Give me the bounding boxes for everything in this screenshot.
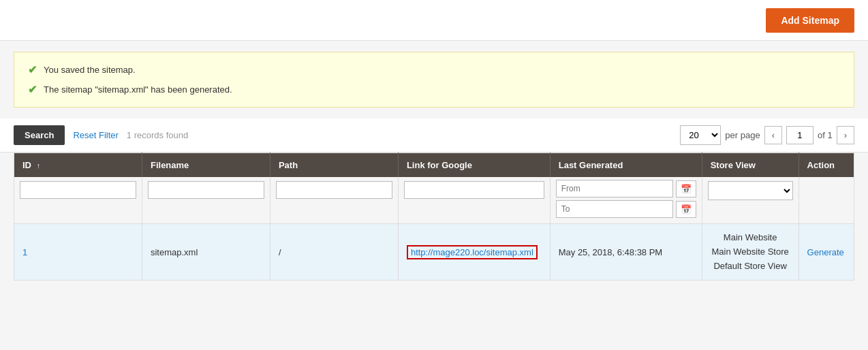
page-total: of 1 — [818, 130, 833, 140]
filter-path-cell — [270, 177, 398, 224]
checkmark-icon-1: ✔ — [28, 63, 37, 76]
table-header-row: ID ↑ Filename Path Link for Google Last … — [14, 153, 854, 178]
table-row: 1 sitemap.xml / http://mage220.loc/sitem… — [14, 224, 854, 281]
store-view-line-2: Main Website Store — [711, 245, 790, 259]
filter-action-cell — [799, 177, 854, 224]
filter-filename-cell — [142, 177, 270, 224]
col-header-link: Link for Google — [398, 153, 550, 178]
per-page-label: per page — [725, 130, 760, 140]
id-link[interactable]: 1 — [22, 247, 27, 257]
sort-icon-id[interactable]: ↑ — [37, 161, 41, 170]
filter-filename-input[interactable] — [148, 181, 264, 199]
cell-id: 1 — [14, 224, 142, 281]
col-header-id: ID ↑ — [14, 153, 142, 178]
cell-filename: sitemap.xml — [142, 224, 270, 281]
search-button[interactable]: Search — [14, 125, 65, 145]
success-text-2: The sitemap "sitemap.xml" has been gener… — [44, 84, 232, 95]
filter-link-input[interactable] — [404, 181, 544, 199]
col-header-filename: Filename — [142, 153, 270, 178]
calendar-from-button[interactable]: 📅 — [676, 180, 696, 197]
top-bar: Add Sitemap — [0, 0, 868, 41]
sitemap-table: ID ↑ Filename Path Link for Google Last … — [14, 153, 854, 281]
filter-from-row: 📅 — [556, 180, 696, 197]
cell-last-generated: May 25, 2018, 6:48:38 PM — [550, 224, 702, 281]
google-link[interactable]: http://mage220.loc/sitemap.xml — [407, 245, 538, 259]
add-sitemap-button[interactable]: Add Sitemap — [766, 8, 854, 33]
pagination: 20 30 50 100 200 per page ‹ of 1 › — [680, 125, 854, 145]
filter-store-view-select[interactable] — [708, 181, 793, 200]
toolbar: Search Reset Filter 1 records found 20 3… — [0, 118, 868, 153]
success-text-1: You saved the sitemap. — [44, 65, 136, 75]
col-header-store-view: Store View — [702, 153, 799, 178]
success-banner: ✔ You saved the sitemap. ✔ The sitemap "… — [14, 52, 854, 108]
filter-to-row: 📅 — [556, 200, 696, 218]
calendar-to-button[interactable]: 📅 — [676, 201, 696, 218]
success-message-2: ✔ The sitemap "sitemap.xml" has been gen… — [28, 83, 840, 96]
reset-filter-link[interactable]: Reset Filter — [73, 130, 118, 140]
filter-id-input[interactable] — [20, 181, 136, 199]
filter-store-view-cell — [702, 177, 799, 224]
store-view-line-3: Default Store View — [711, 259, 790, 274]
cell-link: http://mage220.loc/sitemap.xml — [398, 224, 550, 281]
prev-page-button[interactable]: ‹ — [764, 126, 782, 144]
success-message-1: ✔ You saved the sitemap. — [28, 63, 840, 76]
page-number-input[interactable] — [786, 126, 813, 144]
cell-path: / — [270, 224, 398, 281]
checkmark-icon-2: ✔ — [28, 83, 37, 96]
filter-date-cell: 📅 📅 — [550, 177, 702, 224]
cell-store-view: Main Website Main Website Store Default … — [702, 224, 799, 281]
table-filter-row: 📅 📅 — [14, 177, 854, 224]
generate-link[interactable]: Generate — [807, 247, 844, 257]
cell-action: Generate — [799, 224, 854, 281]
col-header-last-generated: Last Generated — [550, 153, 702, 178]
filter-from-input[interactable] — [556, 180, 673, 197]
filter-to-input[interactable] — [556, 200, 673, 218]
col-header-path: Path — [270, 153, 398, 178]
records-found: 1 records found — [127, 130, 188, 140]
store-view-line-1: Main Website — [711, 231, 790, 245]
next-page-button[interactable]: › — [837, 126, 854, 144]
filter-link-cell — [398, 177, 550, 224]
filter-id-cell — [14, 177, 142, 224]
per-page-select: 20 30 50 100 200 per page — [680, 125, 760, 145]
per-page-dropdown[interactable]: 20 30 50 100 200 — [680, 125, 721, 145]
filter-path-input[interactable] — [276, 181, 392, 199]
col-header-action: Action — [799, 153, 854, 178]
